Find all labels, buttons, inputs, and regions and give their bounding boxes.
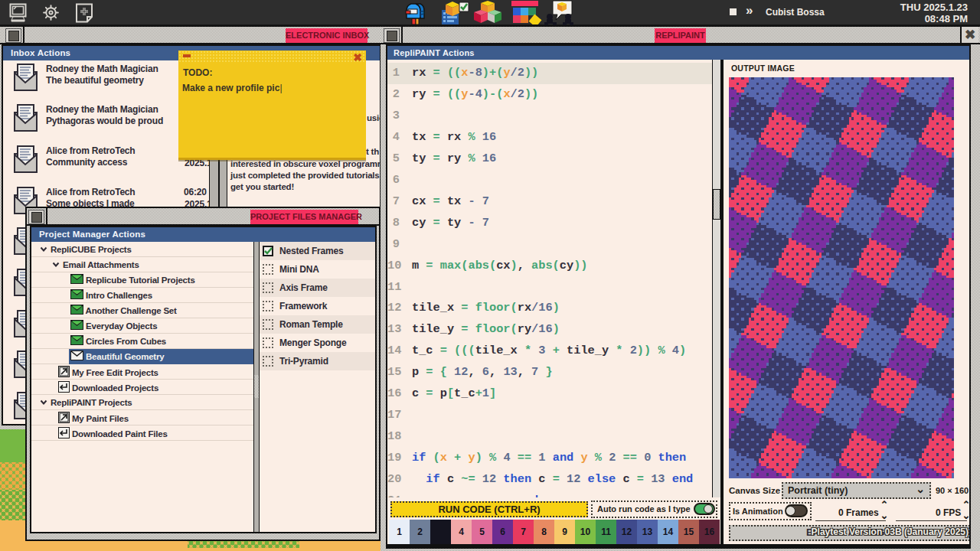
svg-text:P: P xyxy=(420,10,425,18)
